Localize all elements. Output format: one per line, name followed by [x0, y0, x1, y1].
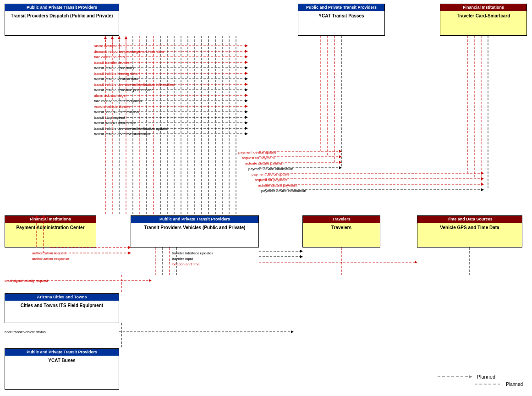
- flow-traveler-input: traveler input: [172, 257, 193, 261]
- flow-tv-op-auth-update: transit vehicle operator authentication …: [94, 126, 167, 131]
- legend-planned-label: Planned: [506, 382, 523, 387]
- payment-admin-body: Payment Administration Center: [5, 223, 96, 232]
- travelers-header: Travelers: [303, 216, 380, 223]
- flow-traveler-interface: traveler interface updates: [172, 251, 213, 255]
- box-travelers: Travelers Travelers: [302, 215, 380, 248]
- cities-towns-body: Cities and Towns ITS Field Equipment: [5, 301, 119, 310]
- legend-container: Planned: [438, 374, 495, 380]
- flow-transit-vehicle-loc: transit vehicle location data: [94, 77, 138, 81]
- gps-time-body: Vehicle GPS and Time Data: [417, 223, 522, 232]
- flow-payment-device-info2: payment device information: [261, 189, 306, 193]
- flow-transit-op-auth: transit vehicle operator authentication …: [94, 82, 174, 87]
- box-ycat-passes: Public and Private Transit Providers YCA…: [298, 4, 385, 36]
- transit-vehicles-body: Transit Providers Vehicles (Public and P…: [131, 223, 258, 232]
- flow-remote-vehicle: remote vehicle disable: [94, 104, 131, 109]
- ycat-passes-header: Public and Private Transit Providers: [298, 4, 384, 11]
- box-cities-towns: Arizona Cities and Towns Cities and Town…: [5, 293, 119, 323]
- flow-request-payment1: request for payment: [242, 156, 274, 160]
- box-payment-admin: Financial Institutions Payment Administr…: [5, 215, 96, 248]
- legend-planned-text: Planned: [477, 374, 495, 380]
- gps-time-header: Time and Data Sources: [417, 216, 522, 223]
- dispatch-header: Public and Private Transit Providers: [5, 4, 119, 11]
- ycat-passes-body: YCAT Transit Passes: [298, 11, 384, 21]
- flow-demand-response: demand response passenger and use data: [94, 50, 164, 54]
- flow-tv-op-info: transit vehicle operator information: [94, 132, 150, 136]
- flow-payment-device-update1: payment device update: [238, 150, 276, 154]
- flow-transit-vehicle-load: transit vehicle loading data: [94, 72, 137, 76]
- box-traveler-card: Financial Institutions Traveler Card-Sma…: [440, 4, 527, 36]
- flow-transit-traveler-info: transit traveler information: [94, 121, 136, 125]
- flow-auth-response: authorization response: [32, 257, 69, 261]
- flow-payment-device-update2: payment device update: [252, 172, 290, 176]
- flow-transit-stop-req: transit stop request: [94, 116, 125, 120]
- flow-alarm-ack: alarm acknowledge: [94, 94, 126, 98]
- traveler-card-body: Traveler Card-Smartcard: [440, 11, 527, 21]
- payment-admin-header: Financial Institutions: [5, 216, 96, 223]
- flow-fare-collection: fare collection data: [94, 55, 125, 59]
- legend: Planned: [475, 381, 523, 387]
- ycat-buses-body: YCAT Buses: [5, 356, 119, 365]
- flow-host-transit: host transit vehicle status: [5, 330, 46, 334]
- flow-local-signal: local signal priority request: [5, 279, 48, 283]
- flow-request-payment2: request for payment: [255, 178, 287, 182]
- box-dispatch: Public and Private Transit Providers Tra…: [5, 4, 119, 36]
- ycat-buses-header: Public and Private Transit Providers: [5, 349, 119, 356]
- svg-marker-76: [469, 375, 472, 378]
- box-gps-time: Time and Data Sources Vehicle GPS and Ti…: [417, 215, 522, 248]
- flow-actuate-secure2: actuate secure payment: [258, 183, 297, 187]
- flow-alarm-notification: alarm notification: [94, 44, 121, 48]
- travelers-body: Travelers: [303, 223, 380, 232]
- cities-towns-header: Arizona Cities and Towns: [5, 294, 119, 301]
- box-ycat-buses: Public and Private Transit Providers YCA…: [5, 348, 119, 390]
- dispatch-body: Transit Providers Dispatch (Public and P…: [5, 11, 119, 21]
- arrows-overlay: [0, 0, 532, 396]
- flow-auth-request: authorization request: [32, 251, 66, 255]
- traveler-card-header: Financial Institutions: [440, 4, 527, 11]
- flow-fare-mgmt: fare management information: [94, 99, 142, 103]
- flow-transit-sched-info: transit schedule information: [94, 110, 139, 114]
- flow-transit-traveler-req: transit traveler request: [94, 60, 131, 65]
- flow-actuate-secure1: actuate secure payment: [245, 161, 284, 165]
- diagram-container: Public and Private Transit Providers Tra…: [0, 0, 532, 396]
- flow-transit-sched-perf: transit vehicle schedule performance: [94, 88, 154, 92]
- flow-transit-vehicle-cond: transit vehicle conditions: [94, 66, 134, 70]
- flow-payment-device-info1: payment device information: [248, 167, 293, 171]
- transit-vehicles-header: Public and Private Transit Providers: [131, 216, 258, 223]
- box-transit-vehicles: Public and Private Transit Providers Tra…: [131, 215, 259, 248]
- flow-location-time: location and time: [172, 262, 199, 266]
